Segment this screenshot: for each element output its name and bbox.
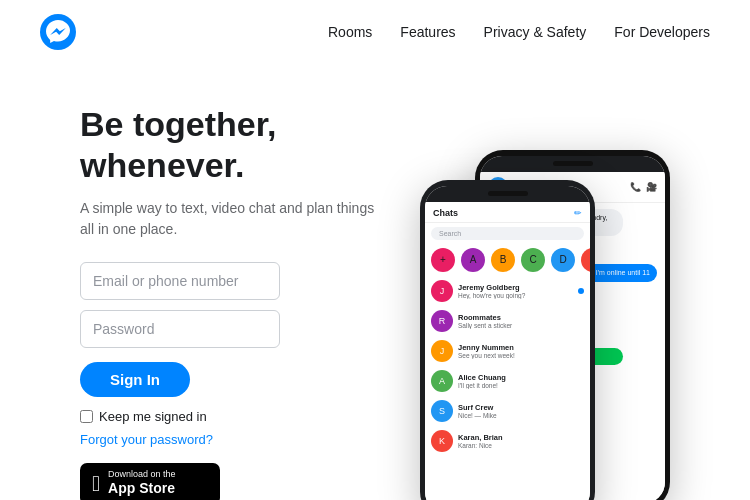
story-avatar-4: C — [521, 248, 545, 272]
site-header: Rooms Features Privacy & Safety For Deve… — [0, 0, 750, 64]
apple-icon:  — [92, 473, 100, 495]
keep-signed-group: Keep me signed in — [80, 409, 380, 424]
chat-name-5: Surf Crew — [458, 403, 584, 412]
appstore-large-text: App Store — [108, 479, 176, 499]
hero-title: Be together, whenever. — [80, 104, 380, 186]
nav-developers[interactable]: For Developers — [614, 24, 710, 40]
story-row: + A B C D E — [425, 244, 590, 276]
phone-notch-left — [425, 186, 590, 202]
story-avatar-1: + — [431, 248, 455, 272]
chat-item-4: A Alice Chuang I'll get it done! — [425, 366, 590, 396]
password-input[interactable] — [80, 310, 280, 348]
chat-list-header: Chats ✏ — [425, 202, 590, 223]
story-avatar-2: A — [461, 248, 485, 272]
chat-avatar-4: A — [431, 370, 453, 392]
logo-area — [40, 14, 76, 50]
appstore-badge[interactable]:  Download on the App Store — [80, 463, 220, 500]
chat-item-2: R Roommates Sally sent a sticker — [425, 306, 590, 336]
chat-preview-6: Karan: Nice — [458, 442, 584, 449]
chat-list-title: Chats — [433, 208, 458, 218]
chat-item-1: J Jeremy Goldberg Hey, how're you going? — [425, 276, 590, 306]
nav-links: Rooms Features Privacy & Safety For Deve… — [328, 24, 710, 40]
notch-bar — [488, 191, 528, 196]
chat-item-5: S Surf Crew Nice! — Mike — [425, 396, 590, 426]
story-avatar-6: E — [581, 248, 590, 272]
chat-list-screen: Chats ✏ Search + A B C D E J — [425, 202, 590, 500]
chat-avatar-2: R — [431, 310, 453, 332]
phone-notch-right — [480, 156, 665, 172]
left-panel: Be together, whenever. A simple way to t… — [80, 104, 380, 500]
phone-left-mockup: Chats ✏ Search + A B C D E J — [420, 180, 595, 500]
video-icon: 🎥 — [646, 182, 657, 192]
nav-privacy[interactable]: Privacy & Safety — [484, 24, 587, 40]
chat-preview-3: See you next week! — [458, 352, 584, 359]
hero-subtitle: A simple way to text, video chat and pla… — [80, 198, 380, 240]
email-field-group — [80, 262, 380, 300]
appstore-small-text: Download on the — [108, 469, 176, 480]
chat-name-2: Roommates — [458, 313, 584, 322]
chat-item-3: J Jenny Nummen See you next week! — [425, 336, 590, 366]
chat-avatar-1: J — [431, 280, 453, 302]
chat-preview-1: Hey, how're you going? — [458, 292, 573, 299]
notch-bar-right — [553, 161, 593, 166]
app-badges:  Download on the App Store ▶ GET IT ON … — [80, 463, 380, 500]
keep-signed-label: Keep me signed in — [99, 409, 207, 424]
messenger-logo-icon — [40, 14, 76, 50]
forgot-password-link[interactable]: Forgot your password? — [80, 432, 380, 447]
main-content: Be together, whenever. A simple way to t… — [0, 64, 750, 500]
chat-item-6: K Karan, Brian Karan: Nice — [425, 426, 590, 456]
chat-name-6: Karan, Brian — [458, 433, 584, 442]
svg-point-0 — [40, 14, 76, 50]
compose-icon: ✏ — [574, 208, 582, 218]
phone-icon: 📞 — [630, 182, 641, 192]
chat-avatar-6: K — [431, 430, 453, 452]
unread-dot-1 — [578, 288, 584, 294]
chat-preview-4: I'll get it done! — [458, 382, 584, 389]
chat-preview-5: Nice! — Mike — [458, 412, 584, 419]
chat-name-1: Jeremy Goldberg — [458, 283, 573, 292]
story-avatar-3: B — [491, 248, 515, 272]
chat-search-bar: Search — [431, 227, 584, 240]
email-input[interactable] — [80, 262, 280, 300]
story-avatar-5: D — [551, 248, 575, 272]
chat-preview-2: Sally sent a sticker — [458, 322, 584, 329]
nav-rooms[interactable]: Rooms — [328, 24, 372, 40]
chat-avatar-5: S — [431, 400, 453, 422]
phone-mockups: Chats ✏ Search + A B C D E J — [380, 140, 690, 500]
chat-name-3: Jenny Nummen — [458, 343, 584, 352]
nav-features[interactable]: Features — [400, 24, 455, 40]
password-field-group — [80, 310, 380, 348]
signin-button[interactable]: Sign In — [80, 362, 190, 397]
phone-left-screen: Chats ✏ Search + A B C D E J — [425, 186, 590, 500]
keep-signed-checkbox[interactable] — [80, 410, 93, 423]
chat-avatar-3: J — [431, 340, 453, 362]
chat-name-4: Alice Chuang — [458, 373, 584, 382]
